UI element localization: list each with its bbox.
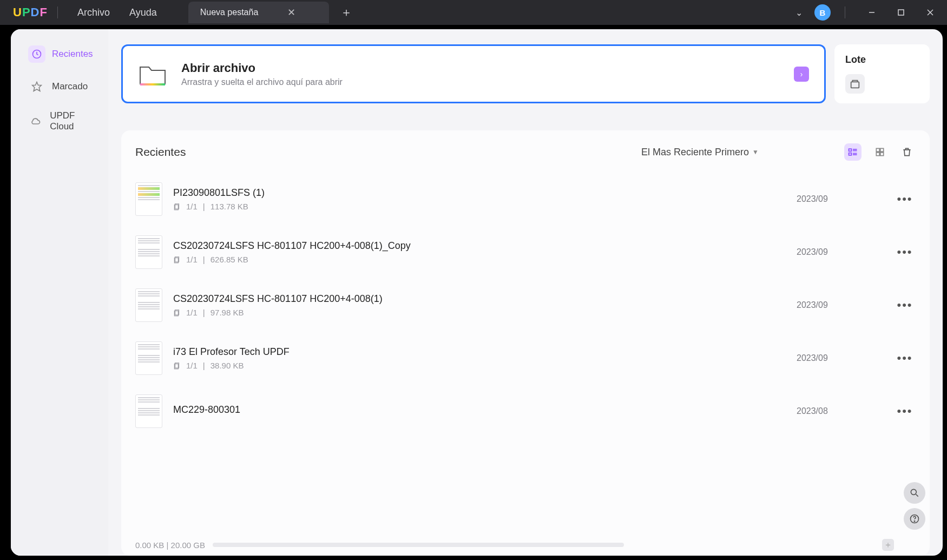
new-tab-button[interactable]: ＋ [339, 4, 354, 21]
file-meta: 1/1|113.78 KB [173, 202, 786, 211]
tab-close-icon[interactable]: ✕ [285, 6, 297, 18]
batch-icon [845, 74, 865, 94]
file-name: i73 El Profesor Tech UPDF [173, 346, 786, 358]
sidebar-item-label: Recientes [52, 49, 93, 60]
cloud-icon [28, 113, 43, 130]
svg-rect-17 [880, 153, 884, 156]
svg-rect-15 [880, 148, 884, 151]
file-row[interactable]: i73 El Profesor Tech UPDF1/1|38.90 KB202… [130, 332, 921, 385]
file-thumbnail [135, 182, 162, 216]
sidebar-item-cloud[interactable]: UPDF Cloud [16, 105, 103, 137]
chevron-down-icon[interactable]: ⌄ [788, 3, 810, 22]
pages-icon [173, 309, 181, 317]
pages-icon [173, 256, 181, 263]
file-row[interactable]: CS20230724LSFS HC-801107 HC200+4-008(1)1… [130, 279, 921, 332]
tab-label: Nueva pestaña [200, 8, 259, 17]
file-list: PI23090801LSFS (1)1/1|113.78 KB2023/09••… [130, 173, 921, 534]
file-thumbnail [135, 288, 162, 322]
file-name: PI23090801LSFS (1) [173, 187, 786, 199]
view-list-button[interactable] [844, 143, 861, 161]
file-size: 38.90 KB [211, 361, 244, 370]
file-info: CS20230724LSFS HC-801107 HC200+4-008(1)1… [173, 293, 786, 317]
recents-panel: Recientes El Mas Reciente Primero ▼ [121, 130, 930, 556]
meta-divider: | [203, 361, 205, 370]
file-name: CS20230724LSFS HC-801107 HC200+4-008(1)_… [173, 240, 786, 252]
sidebar-item-recents[interactable]: Recientes [16, 40, 103, 68]
recents-controls: El Mas Reciente Primero ▼ [641, 143, 916, 161]
svg-rect-11 [849, 153, 852, 155]
divider [57, 6, 58, 18]
floating-help-button[interactable] [904, 508, 925, 530]
menu-file[interactable]: Archivo [68, 7, 120, 18]
sort-dropdown[interactable]: El Mas Reciente Primero ▼ [641, 147, 759, 158]
file-size: 97.98 KB [211, 308, 244, 317]
file-date: 2023/09 [797, 353, 883, 363]
file-more-button[interactable]: ••• [894, 351, 916, 365]
window-minimize-button[interactable] [859, 2, 884, 23]
pages-icon [173, 203, 181, 210]
svg-line-27 [916, 495, 918, 497]
sidebar: Recientes Marcado UPDF Cloud [11, 29, 108, 556]
workspace: Recientes Marcado UPDF Cloud [0, 25, 947, 560]
file-size: 626.85 KB [211, 255, 248, 264]
file-more-button[interactable]: ••• [894, 404, 916, 418]
file-name: MC229-800301 [173, 404, 786, 416]
file-more-button[interactable]: ••• [894, 298, 916, 312]
file-row[interactable]: PI23090801LSFS (1)1/1|113.78 KB2023/09••… [130, 173, 921, 226]
recents-header: Recientes El Mas Reciente Primero ▼ [130, 143, 921, 166]
file-date: 2023/09 [797, 300, 883, 310]
svg-marker-5 [32, 82, 42, 91]
batch-card[interactable]: Lote [834, 44, 930, 103]
open-file-subtitle: Arrastra y suelta el archivo aquí para a… [181, 77, 780, 87]
file-info: PI23090801LSFS (1)1/1|113.78 KB [173, 187, 786, 211]
file-row[interactable]: MC229-8003012023/08••• [130, 385, 921, 438]
svg-point-29 [914, 521, 915, 522]
open-file-texts: Abrir archivo Arrastra y suelta el archi… [181, 61, 780, 87]
chevron-down-icon: ▼ [752, 148, 759, 156]
recents-title: Recientes [135, 146, 186, 159]
floating-search-button[interactable] [904, 482, 925, 504]
window-maximize-button[interactable] [889, 2, 913, 23]
sort-label-text: El Mas Reciente Primero [641, 147, 749, 158]
file-pages: 1/1 [186, 308, 198, 317]
trash-button[interactable] [898, 143, 916, 161]
file-more-button[interactable]: ••• [894, 192, 916, 206]
svg-point-26 [911, 489, 916, 495]
file-thumbnail [135, 394, 162, 428]
svg-rect-7 [851, 82, 859, 88]
titlebar: UPDF Archivo Ayuda Nueva pestaña ✕ ＋ ⌄ B [0, 0, 947, 25]
main-content: Abrir archivo Arrastra y suelta el archi… [108, 29, 943, 556]
storage-add-button[interactable]: ＋ [882, 539, 894, 551]
clock-icon [28, 45, 45, 63]
file-more-button[interactable]: ••• [894, 245, 916, 259]
open-file-title: Abrir archivo [181, 61, 780, 75]
open-file-card[interactable]: Abrir archivo Arrastra y suelta el archi… [121, 44, 826, 103]
file-info: i73 El Profesor Tech UPDF1/1|38.90 KB [173, 346, 786, 370]
meta-divider: | [203, 308, 205, 317]
star-icon [28, 78, 45, 95]
svg-rect-16 [876, 153, 879, 156]
file-size: 113.78 KB [211, 202, 248, 211]
file-meta: 1/1|97.98 KB [173, 308, 786, 317]
svg-rect-1 [898, 10, 904, 15]
file-name: CS20230724LSFS HC-801107 HC200+4-008(1) [173, 293, 786, 305]
menu-help[interactable]: Ayuda [120, 7, 167, 18]
batch-title: Lote [845, 54, 919, 65]
storage-text: 0.00 KB | 20.00 GB [135, 541, 205, 550]
view-grid-button[interactable] [871, 143, 889, 161]
storage-track [213, 543, 624, 547]
file-pages: 1/1 [186, 255, 198, 264]
sidebar-item-label: Marcado [52, 81, 88, 92]
avatar[interactable]: B [814, 4, 831, 21]
file-row[interactable]: CS20230724LSFS HC-801107 HC200+4-008(1)_… [130, 226, 921, 279]
file-thumbnail [135, 235, 162, 269]
meta-divider: | [203, 255, 205, 264]
window-close-button[interactable] [918, 2, 943, 23]
storage-bar: 0.00 KB | 20.00 GB ＋ [130, 534, 921, 556]
open-file-go-icon[interactable]: › [794, 67, 809, 82]
file-pages: 1/1 [186, 202, 198, 211]
meta-divider: | [203, 202, 205, 211]
svg-rect-8 [849, 149, 852, 151]
tab-new[interactable]: Nueva pestaña ✕ [188, 2, 329, 23]
sidebar-item-starred[interactable]: Marcado [16, 73, 103, 101]
